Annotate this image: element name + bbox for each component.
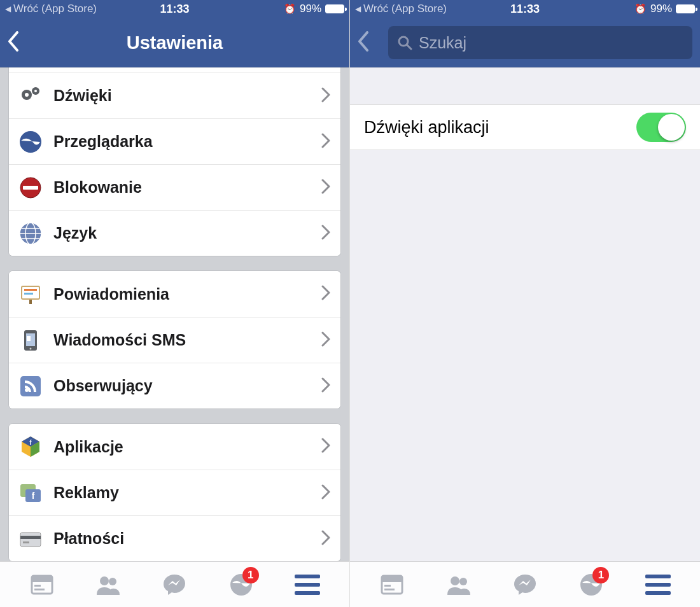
settings-group-2: Powiadomienia Wiadomości SMS Obserwujący [9, 271, 340, 408]
status-time: 11:33 [510, 3, 540, 16]
chevron-right-icon [321, 438, 330, 456]
row-apps[interactable]: f Aplikacje [9, 424, 340, 470]
tab-notifications[interactable]: 1 [572, 569, 610, 600]
row-followers-label: Obserwujący [53, 377, 321, 395]
page-title: Ustawienia [127, 32, 223, 53]
svg-point-39 [109, 578, 116, 585]
chevron-right-icon [321, 225, 330, 242]
rss-icon [17, 372, 45, 400]
row-payments[interactable]: Płatności [9, 515, 340, 561]
row-apps-label: Aplikacje [53, 438, 321, 456]
svg-rect-37 [34, 589, 45, 590]
svg-rect-35 [32, 576, 52, 582]
tab-feed[interactable] [373, 569, 411, 600]
svg-rect-31 [20, 533, 41, 547]
svg-point-48 [451, 576, 459, 585]
battery-icon [676, 4, 695, 13]
card-icon [17, 525, 45, 553]
tab-menu[interactable] [639, 569, 677, 600]
back-button[interactable] [8, 31, 33, 54]
settings-group-3: f Aplikacje f Reklamy Pł [9, 424, 340, 561]
svg-point-38 [100, 576, 109, 585]
nav-bar: Ustawienia [0, 18, 349, 67]
sounds-content: Dźwięki aplikacji [350, 67, 700, 561]
search-placeholder: Szukaj [419, 34, 466, 52]
hamburger-icon [645, 575, 671, 595]
svg-rect-22 [20, 376, 41, 396]
row-language[interactable]: Język [9, 210, 340, 256]
row-notifications-label: Powiadomienia [53, 285, 321, 304]
svg-rect-45 [382, 576, 402, 582]
svg-point-49 [459, 578, 467, 585]
hamburger-icon [295, 575, 320, 595]
chevron-right-icon [321, 179, 330, 197]
svg-point-20 [30, 347, 32, 349]
back-to-app[interactable]: Wróć (App Store) [5, 3, 97, 15]
chevron-right-icon [321, 484, 330, 502]
row-browser-label: Przeglądarka [53, 132, 321, 151]
notification-badge: 1 [242, 567, 259, 583]
block-icon [17, 174, 45, 202]
svg-rect-21 [27, 336, 31, 341]
tab-notifications[interactable]: 1 [222, 569, 260, 600]
tab-friends[interactable] [89, 569, 127, 600]
svg-rect-32 [20, 536, 41, 539]
status-time: 11:33 [160, 3, 189, 16]
notification-badge: 1 [592, 567, 609, 583]
tab-messenger[interactable] [506, 569, 544, 600]
back-to-app[interactable]: Wróć (App Store) [355, 3, 447, 15]
alarm-icon: ⏰ [634, 3, 647, 15]
tab-messenger[interactable] [155, 569, 193, 600]
row-app-sounds: Dźwięki aplikacji [350, 104, 700, 150]
status-bar: Wróć (App Store) 11:33 ⏰ 99% [350, 0, 700, 18]
row-ads-label: Reklamy [53, 484, 321, 502]
svg-rect-16 [24, 289, 37, 291]
back-to-app-label: Wróć (App Store) [13, 3, 97, 15]
alarm-icon: ⏰ [284, 3, 296, 15]
language-icon [17, 220, 45, 248]
row-sms[interactable]: Wiadomości SMS [9, 317, 340, 363]
svg-point-3 [34, 90, 37, 92]
tab-feed[interactable] [23, 569, 61, 600]
search-input[interactable]: Szukaj [388, 26, 692, 59]
chevron-right-icon [321, 285, 330, 303]
tab-bar: 1 [0, 561, 349, 607]
search-icon [397, 35, 412, 50]
svg-rect-47 [384, 589, 395, 590]
row-sounds-label: Dźwięki [53, 87, 321, 105]
svg-text:f: f [32, 491, 35, 501]
tab-menu[interactable] [288, 569, 326, 600]
settings-content[interactable]: Dźwięki Przeglądarka Blokowanie [0, 67, 349, 561]
svg-line-43 [407, 45, 411, 49]
row-sms-label: Wiadomości SMS [53, 331, 321, 349]
row-payments-label: Płatności [53, 529, 321, 548]
status-bar: Wróć (App Store) 11:33 ⏰ 99% [0, 0, 349, 18]
row-ads[interactable]: f Reklamy [9, 470, 340, 515]
app-sounds-label: Dźwięki aplikacji [364, 118, 636, 137]
back-to-app-label: Wróć (App Store) [363, 3, 447, 15]
app-sounds-toggle[interactable] [636, 113, 686, 142]
gears-icon [17, 82, 45, 110]
svg-rect-33 [23, 541, 29, 543]
tab-friends[interactable] [440, 569, 478, 600]
battery-percent: 99% [300, 3, 321, 15]
row-peek [9, 67, 340, 73]
row-notifications[interactable]: Powiadomienia [9, 271, 340, 317]
ads-icon: f [17, 479, 45, 507]
svg-rect-46 [384, 585, 391, 587]
battery-icon [325, 4, 344, 13]
notifications-icon [17, 280, 45, 308]
row-followers[interactable]: Obserwujący [9, 363, 340, 408]
chevron-right-icon [321, 87, 330, 105]
tab-bar: 1 [350, 561, 700, 607]
svg-point-1 [25, 93, 29, 97]
chevron-right-icon [321, 331, 330, 349]
chevron-right-icon [321, 377, 330, 395]
back-button[interactable] [358, 31, 383, 54]
screen-settings: Wróć (App Store) 11:33 ⏰ 99% Ustawienia … [0, 0, 350, 607]
nav-bar: Szukaj [350, 18, 700, 67]
row-blocking[interactable]: Blokowanie [9, 164, 340, 210]
row-sounds[interactable]: Dźwięki [9, 73, 340, 118]
row-browser[interactable]: Przeglądarka [9, 118, 340, 164]
status-right: ⏰ 99% [634, 3, 695, 15]
